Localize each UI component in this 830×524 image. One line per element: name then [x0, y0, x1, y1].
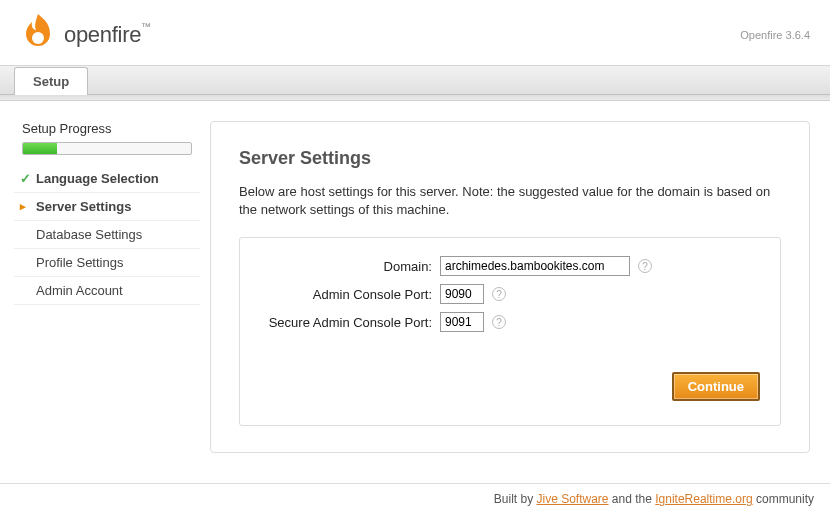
step-label: Database Settings: [36, 227, 142, 242]
step-label: Language Selection: [36, 171, 159, 186]
progress-bar: [22, 142, 192, 155]
page-description: Below are host settings for this server.…: [239, 183, 781, 219]
step-label: Profile Settings: [36, 255, 123, 270]
sidebar-title: Setup Progress: [14, 121, 200, 136]
footer-link-ignite[interactable]: IgniteRealtime.org: [655, 492, 752, 506]
progress-fill: [23, 143, 57, 154]
secure-port-label: Secure Admin Console Port:: [260, 315, 440, 330]
step-list: Language Selection Server Settings Datab…: [14, 165, 200, 305]
page-title: Server Settings: [239, 148, 781, 169]
domain-label: Domain:: [260, 259, 440, 274]
content-area: Setup Progress Language Selection Server…: [0, 101, 830, 483]
row-admin-port: Admin Console Port: ?: [260, 284, 760, 304]
trademark: ™: [141, 21, 151, 32]
settings-form: Domain: ? Admin Console Port: ? Secure A…: [239, 237, 781, 426]
row-secure-port: Secure Admin Console Port: ?: [260, 312, 760, 332]
tab-setup[interactable]: Setup: [14, 67, 88, 95]
product-name: openfire: [64, 22, 141, 48]
main-panel: Server Settings Below are host settings …: [210, 121, 810, 453]
sidebar: Setup Progress Language Selection Server…: [10, 121, 210, 305]
footer-link-jive[interactable]: Jive Software: [537, 492, 609, 506]
header: openfire™ Openfire 3.6.4: [0, 0, 830, 65]
step-admin-account[interactable]: Admin Account: [14, 277, 200, 305]
tab-bar: Setup: [0, 65, 830, 95]
button-row: Continue: [260, 372, 760, 401]
footer: Built by Jive Software and the IgniteRea…: [0, 483, 830, 520]
step-server-settings[interactable]: Server Settings: [14, 193, 200, 221]
footer-suffix: community: [753, 492, 814, 506]
flame-icon: [20, 12, 56, 57]
version-label: Openfire 3.6.4: [740, 29, 810, 41]
admin-port-input[interactable]: [440, 284, 484, 304]
help-icon[interactable]: ?: [492, 287, 506, 301]
help-icon[interactable]: ?: [638, 259, 652, 273]
secure-port-input[interactable]: [440, 312, 484, 332]
step-label: Admin Account: [36, 283, 123, 298]
continue-button[interactable]: Continue: [672, 372, 760, 401]
svg-point-0: [32, 32, 44, 44]
step-profile-settings[interactable]: Profile Settings: [14, 249, 200, 277]
step-label: Server Settings: [36, 199, 131, 214]
row-domain: Domain: ?: [260, 256, 760, 276]
footer-middle: and the: [609, 492, 656, 506]
domain-input[interactable]: [440, 256, 630, 276]
logo: openfire™: [20, 12, 151, 57]
step-language-selection[interactable]: Language Selection: [14, 165, 200, 193]
footer-prefix: Built by: [494, 492, 537, 506]
step-database-settings[interactable]: Database Settings: [14, 221, 200, 249]
help-icon[interactable]: ?: [492, 315, 506, 329]
admin-port-label: Admin Console Port:: [260, 287, 440, 302]
